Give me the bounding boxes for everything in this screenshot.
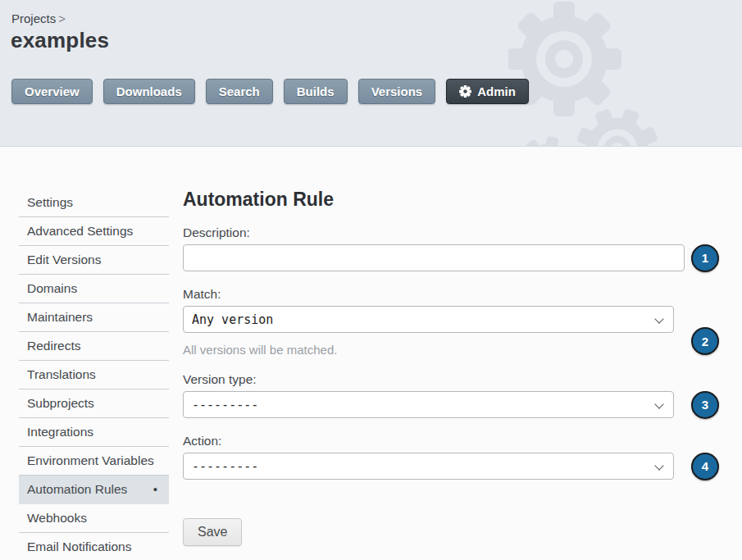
tab-overview[interactable]: Overview — [11, 79, 93, 104]
annotation-badge-2: 2 — [691, 327, 719, 355]
sidebar-item-environment-variables[interactable]: Environment Variables — [19, 447, 169, 476]
description-label: Description: — [183, 225, 720, 241]
sidebar-item-redirects[interactable]: Redirects — [19, 332, 169, 361]
breadcrumb-separator: > — [58, 11, 66, 25]
action-label: Action: — [183, 433, 720, 449]
sidebar-item-webhooks[interactable]: Webhooks — [19, 504, 169, 533]
page: Projects> examples Overview Downloads Se… — [0, 0, 742, 560]
save-button[interactable]: Save — [183, 518, 242, 546]
match-help-text: All versions will be matched. — [183, 343, 720, 357]
sidebar-item-label: Automation Rules — [27, 482, 127, 496]
sidebar-item-domains[interactable]: Domains — [19, 275, 169, 303]
breadcrumb-projects-link[interactable]: Projects — [11, 11, 56, 25]
sidebar-item-email-notifications[interactable]: Email Notifications — [19, 533, 169, 560]
sidebar-item-translations[interactable]: Translations — [19, 361, 169, 389]
tab-downloads[interactable]: Downloads — [103, 79, 195, 104]
version-type-select[interactable]: --------- — [183, 391, 674, 418]
tab-admin-label: Admin — [477, 84, 516, 98]
sidebar-item-advanced-settings[interactable]: Advanced Settings — [19, 217, 169, 246]
sidebar-item-integrations[interactable]: Integrations — [19, 418, 169, 447]
project-header: Projects> examples Overview Downloads Se… — [0, 0, 742, 147]
gears-watermark-icon — [508, 0, 742, 147]
automation-rule-form: Automation Rule Description: 1 Match: An… — [183, 189, 720, 546]
annotation-badge-4: 4 — [691, 453, 719, 480]
match-label: Match: — [183, 286, 720, 303]
sidebar-item-automation-rules[interactable]: Automation Rules • — [19, 476, 169, 504]
form-title: Automation Rule — [183, 189, 720, 211]
sidebar-item-maintainers[interactable]: Maintainers — [19, 303, 169, 332]
action-select[interactable]: --------- — [183, 453, 674, 480]
tab-builds[interactable]: Builds — [284, 79, 348, 104]
admin-sidebar: Settings Advanced Settings Edit Versions… — [19, 189, 169, 560]
tab-admin[interactable]: Admin — [446, 79, 529, 104]
page-title: examples — [11, 28, 109, 53]
tab-search[interactable]: Search — [206, 79, 273, 104]
sidebar-item-edit-versions[interactable]: Edit Versions — [19, 246, 169, 275]
project-tabs: Overview Downloads Search Builds Version… — [11, 79, 529, 104]
active-item-bullet: • — [153, 481, 157, 498]
sidebar-item-subprojects[interactable]: Subprojects — [19, 389, 169, 418]
description-input[interactable] — [183, 244, 685, 271]
sidebar-item-settings[interactable]: Settings — [19, 189, 169, 217]
annotation-badge-3: 3 — [691, 391, 719, 419]
admin-content: Settings Advanced Settings Edit Versions… — [0, 147, 742, 560]
breadcrumb: Projects> — [11, 11, 66, 25]
match-select[interactable]: Any version — [183, 306, 674, 333]
gear-icon — [459, 85, 471, 98]
version-type-label: Version type: — [183, 371, 720, 388]
tab-versions[interactable]: Versions — [358, 79, 436, 104]
annotation-badge-1: 1 — [691, 244, 719, 272]
